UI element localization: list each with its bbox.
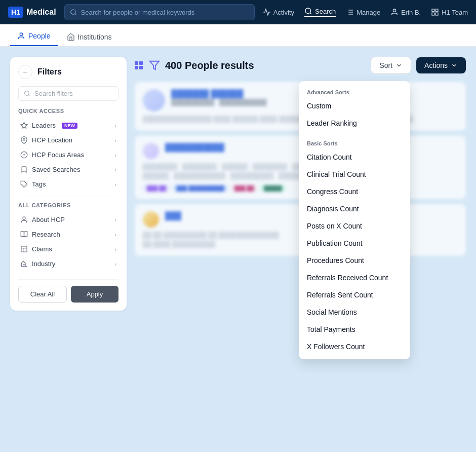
sidebar-title: Filters (37, 67, 62, 77)
filter-research-label: Research (32, 231, 60, 238)
industry-icon (20, 260, 28, 268)
filter-claims-label: Claims (32, 245, 52, 253)
filter-hcp-location[interactable]: HCP Location › (18, 133, 118, 147)
svg-rect-9 (432, 9, 434, 12)
chevron-icon: › (114, 152, 116, 158)
content-header: 400 People results Sort Actions (135, 57, 466, 74)
sort-referrals-received[interactable]: Referrals Received Count (299, 269, 410, 286)
back-button[interactable]: ← (18, 65, 32, 79)
nav-search[interactable]: Search (304, 7, 336, 17)
svg-rect-11 (432, 13, 434, 15)
svg-point-0 (70, 10, 75, 14)
nav-manage[interactable]: Manage (346, 8, 380, 16)
research-icon (20, 231, 28, 238)
chevron-icon: › (114, 123, 116, 129)
sort-social-mentions[interactable]: Social Mentions (299, 304, 410, 321)
filter-tags[interactable]: Tags › (18, 177, 118, 192)
filter-leaders[interactable]: Leaders NEW › (18, 118, 118, 133)
result-name: ███ (165, 211, 181, 220)
svg-rect-12 (436, 13, 439, 15)
filter-research[interactable]: Research › (18, 227, 118, 242)
chevron-icon: › (114, 181, 116, 187)
sort-custom[interactable]: Custom (299, 97, 410, 115)
apply-button[interactable]: Apply (71, 286, 118, 303)
search-bar[interactable]: Search for people or medical keywords (64, 4, 255, 20)
sort-citation-count[interactable]: Citation Count (299, 148, 410, 166)
chevron-icon: › (114, 232, 116, 238)
tag: ███ ██████████ (172, 184, 228, 192)
filter-hcp-focus[interactable]: HCP Focus Areas › (18, 147, 118, 162)
sidebar: ← Filters Search filters Quick Access Le… (10, 57, 127, 311)
grid-view-icon[interactable] (135, 61, 144, 69)
sort-publication-count[interactable]: Publication Count (299, 235, 410, 252)
nav-actions: Activity Search Manage Erin B. H1 Team (263, 7, 468, 17)
filter-about-hcp[interactable]: About HCP › (18, 212, 118, 227)
search-icon (70, 9, 77, 16)
focus-icon (20, 151, 28, 159)
result-name: ███████ ██████ (171, 89, 267, 98)
svg-point-13 (20, 33, 22, 35)
navbar: H1 Medical Search for people or medical … (0, 0, 476, 24)
tag: ███ ██ (143, 184, 170, 192)
chevron-icon: › (114, 246, 116, 252)
quick-access-label: Quick Access (18, 108, 118, 114)
search-nav-icon (304, 7, 312, 15)
filter-search[interactable]: Search filters (18, 86, 118, 101)
actions-button[interactable]: Actions (416, 57, 466, 73)
actions-label: Actions (424, 61, 448, 69)
clear-all-button[interactable]: Clear All (18, 286, 67, 303)
filter-toggle-icon[interactable] (149, 60, 160, 71)
sidebar-footer: Clear All Apply (18, 279, 118, 303)
main-content: ← Filters Search filters Quick Access Le… (0, 47, 476, 452)
sort-congress-count[interactable]: Congress Count (299, 183, 410, 200)
nav-search-label: Search (315, 8, 336, 15)
chevron-down-icon-actions (451, 62, 458, 69)
sort-total-payments[interactable]: Total Payments (299, 321, 410, 338)
leaders-icon (20, 122, 28, 129)
tab-institutions[interactable]: Institutions (60, 28, 119, 46)
activity-icon (263, 8, 271, 16)
chevron-icon: › (114, 261, 116, 267)
nav-team[interactable]: H1 Team (431, 8, 468, 16)
chevron-down-icon (395, 62, 403, 69)
new-badge: NEW (62, 123, 77, 129)
logo-box: H1 (8, 7, 23, 18)
svg-point-8 (393, 9, 396, 12)
sort-clinical-trial-count[interactable]: Clinical Trial Count (299, 166, 410, 183)
filter-industry[interactable]: Industry › (18, 256, 118, 271)
chevron-icon: › (114, 217, 116, 223)
avatar (143, 143, 159, 159)
nav-team-label: H1 Team (442, 9, 468, 16)
sort-dropdown: Advanced Sorts Custom Leader Ranking Bas… (299, 81, 410, 359)
nav-activity[interactable]: Activity (263, 8, 294, 16)
svg-rect-22 (21, 246, 27, 252)
sort-referrals-sent[interactable]: Referrals Sent Count (299, 286, 410, 304)
sort-diagnosis-count[interactable]: Diagnosis Count (299, 200, 410, 217)
logo: H1 Medical (8, 7, 56, 18)
filter-leaders-label: Leaders (32, 122, 56, 129)
nav-user[interactable]: Erin B. (390, 8, 421, 16)
tab-people[interactable]: People (10, 27, 58, 46)
sort-procedures-count[interactable]: Procedures Count (299, 252, 410, 269)
avatar (143, 89, 165, 111)
sort-posts-x-count[interactable]: Posts on X Count (299, 217, 410, 235)
svg-point-21 (23, 217, 25, 219)
basic-sorts-label: Basic Sorts (299, 136, 410, 148)
svg-point-1 (305, 8, 311, 14)
filter-saved-searches[interactable]: Saved Searches › (18, 162, 118, 177)
people-tab-icon (17, 32, 25, 40)
saved-icon (20, 166, 28, 173)
filter-claims[interactable]: Claims › (18, 242, 118, 256)
svg-point-14 (25, 91, 29, 96)
location-icon (20, 136, 28, 144)
sort-x-followers[interactable]: X Followers Count (299, 338, 410, 355)
filter-tags-label: Tags (32, 180, 46, 188)
nav-manage-label: Manage (356, 9, 380, 16)
svg-marker-25 (150, 61, 159, 70)
sort-button[interactable]: Sort (371, 57, 411, 74)
sort-leader-ranking[interactable]: Leader Ranking (299, 115, 410, 132)
chevron-icon: › (114, 167, 116, 173)
svg-rect-10 (436, 9, 439, 12)
institutions-tab-icon (67, 33, 75, 41)
tabs-bar: People Institutions (0, 24, 476, 47)
